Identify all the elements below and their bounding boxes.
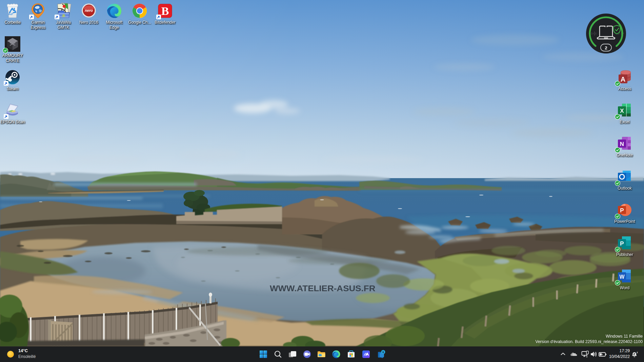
svg-text:B: B: [161, 5, 169, 17]
svg-text:P: P: [620, 207, 624, 214]
svg-text:P: P: [620, 240, 624, 247]
svg-text:nero: nero: [85, 8, 93, 13]
svg-text:W: W: [619, 274, 625, 280]
svg-text:N: N: [620, 141, 624, 147]
svg-text:X: X: [620, 108, 624, 114]
svg-text:z: z: [637, 351, 638, 354]
svg-text:水: 水: [62, 14, 66, 18]
svg-text:2: 2: [605, 45, 607, 50]
svg-text:6: 6: [382, 350, 384, 354]
svg-text:A: A: [621, 76, 625, 83]
